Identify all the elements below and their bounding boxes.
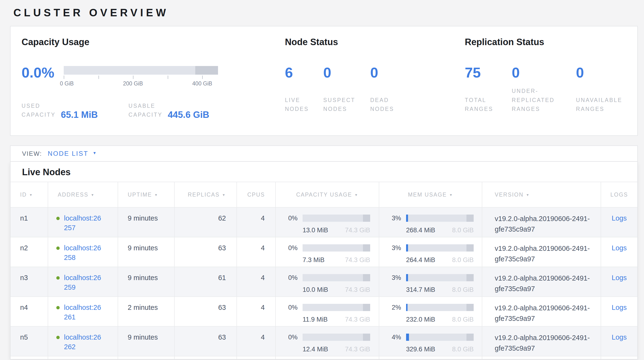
node-live-status-icon: [56, 276, 60, 280]
usable-capacity-label: USABLE CAPACITY: [128, 102, 163, 119]
used-capacity-value: 65.1 MiB: [61, 110, 98, 119]
capacity-used-value: 7.3 MiB: [302, 256, 325, 264]
gauge-label-0: 0 GiB: [60, 80, 74, 87]
node-cpus-cell: 4: [237, 237, 276, 267]
capacity-usage-section: Capacity Usage 0.0% 0 GiB 200 GiB 400 Gi…: [22, 37, 285, 135]
node-replicas-cell: 61: [174, 267, 237, 297]
live-nodes-label: LIVE NODES: [285, 96, 316, 114]
usable-capacity-stat: USABLE CAPACITY 445.6 GiB: [128, 102, 209, 119]
node-live-status-icon: [56, 247, 60, 250]
capacity-total-value: 74.3 GiB: [345, 226, 370, 235]
node-id-cell: n1: [10, 207, 48, 237]
total-ranges-stat: 75 TOTAL RANGES: [465, 65, 504, 113]
logs-link[interactable]: Logs: [612, 304, 627, 311]
suspect-nodes-stat: 0 SUSPECT NODES: [323, 65, 362, 113]
column-header-logs: LOGS: [601, 182, 637, 207]
column-header-replicas[interactable]: REPLICAS▼: [174, 182, 237, 207]
logs-link[interactable]: Logs: [612, 274, 627, 282]
table-row-partial: [10, 356, 637, 359]
dead-nodes-value: 0: [370, 65, 411, 81]
suspect-nodes-value: 0: [323, 65, 362, 81]
table-header-row: ID▼ ADDRESS▼ UPTIME▼ REPLICAS▼ CPUS CAPA…: [10, 182, 637, 207]
node-logs-cell: Logs: [601, 207, 637, 237]
node-uptime-cell: 9 minutes: [118, 326, 174, 356]
capacity-total-value: 74.3 GiB: [345, 285, 370, 294]
sort-desc-icon: ▼: [449, 193, 453, 197]
replication-status-title: Replication Status: [465, 37, 637, 47]
sort-desc-icon: ▼: [154, 193, 158, 197]
node-id-cell: n4: [10, 297, 48, 326]
suspect-nodes-label: SUSPECT NODES: [323, 96, 362, 114]
node-address-link[interactable]: localhost:26259: [64, 273, 105, 292]
node-version-cell: v19.2.0-alpha.20190606-2491-gfe735c9a97: [482, 267, 601, 297]
node-mem-usage-cell: 4% 329.6 MiB 8.0 GiB: [379, 326, 482, 356]
mem-total-value: 8.0 GiB: [452, 285, 474, 294]
node-version-cell: v19.2.0-alpha.20190606-2491-gfe735c9a97: [482, 237, 601, 267]
node-address-cell: localhost:26262: [48, 326, 118, 356]
sort-desc-icon: ▼: [526, 193, 530, 197]
column-header-capacity-usage[interactable]: CAPACITY USAGE▼: [276, 182, 379, 207]
capacity-bar: [302, 274, 370, 281]
sort-desc-icon: ▼: [354, 193, 358, 197]
view-select-dropdown[interactable]: NODE LIST: [48, 150, 88, 157]
live-nodes-stat: 6 LIVE NODES: [285, 65, 316, 113]
node-mem-usage-cell: 3% 268.4 MiB 8.0 GiB: [379, 207, 482, 237]
node-capacity-usage-cell: 0% 11.9 MiB 74.3 GiB: [276, 297, 379, 326]
unavailable-ranges-stat: 0 UNAVAILABLE RANGES: [576, 65, 630, 113]
mem-bar: [406, 215, 474, 222]
capacity-percent: 0%: [288, 332, 301, 342]
capacity-percent: 0%: [288, 243, 301, 253]
column-header-address[interactable]: ADDRESS▼: [48, 182, 118, 207]
summary-panel: Capacity Usage 0.0% 0 GiB 200 GiB 400 Gi…: [10, 26, 638, 136]
node-replicas-cell: 63: [174, 237, 237, 267]
node-capacity-usage-cell: 0% 12.4 MiB 74.3 GiB: [276, 326, 379, 356]
node-mem-usage-cell: 2% 232.0 MiB 8.0 GiB: [379, 297, 482, 326]
used-capacity-stat: USED CAPACITY 65.1 MiB: [22, 102, 98, 119]
mem-total-value: 8.0 GiB: [452, 315, 474, 324]
used-capacity-label: USED CAPACITY: [22, 102, 56, 119]
mem-percent: 3%: [392, 243, 404, 253]
logs-link[interactable]: Logs: [612, 244, 627, 252]
node-logs-cell: Logs: [601, 237, 637, 267]
node-id-cell: n5: [10, 326, 48, 356]
column-header-version[interactable]: VERSION▼: [482, 182, 601, 207]
mem-total-value: 8.0 GiB: [452, 226, 474, 235]
node-capacity-usage-cell: 0% 7.3 MiB 74.3 GiB: [276, 237, 379, 267]
node-uptime-cell: 2 minutes: [118, 297, 174, 326]
logs-link[interactable]: Logs: [612, 333, 627, 341]
mem-bar: [406, 274, 474, 281]
under-replicated-ranges-label: UNDER-REPLICATED RANGES: [512, 87, 568, 113]
capacity-percent: 0%: [288, 303, 301, 312]
capacity-used-value: 10.0 MiB: [302, 285, 328, 294]
capacity-usage-title: Capacity Usage: [22, 37, 285, 47]
node-version-text: v19.2.0-alpha.20190606-2491-gfe735c9a97: [495, 273, 594, 294]
mem-used-value: 268.4 MiB: [406, 226, 435, 235]
view-selector-bar: VIEW: NODE LIST ▼: [10, 145, 638, 162]
column-header-uptime[interactable]: UPTIME▼: [118, 182, 174, 207]
node-live-status-icon: [56, 306, 60, 309]
replication-status-section: Replication Status 75 TOTAL RANGES 0 UND…: [465, 37, 637, 135]
node-id-cell: n2: [10, 237, 48, 267]
node-address-link[interactable]: localhost:26262: [64, 332, 105, 351]
node-status-title: Node Status: [285, 37, 465, 47]
capacity-gauge: 0 GiB 200 GiB 400 GiB: [64, 66, 218, 87]
gauge-label-400: 400 GiB: [192, 80, 212, 87]
node-version-text: v19.2.0-alpha.20190606-2491-gfe735c9a97: [495, 213, 594, 235]
column-header-mem-usage[interactable]: MEM USAGE▼: [379, 182, 482, 207]
node-address-link[interactable]: localhost:26258: [64, 243, 105, 262]
capacity-gauge-bar: [64, 66, 218, 75]
mem-percent: 3%: [392, 213, 404, 223]
mem-total-value: 8.0 GiB: [452, 345, 474, 353]
capacity-used-value: 12.4 MiB: [302, 345, 328, 353]
mem-total-value: 8.0 GiB: [452, 256, 474, 264]
capacity-percent: 0%: [288, 213, 301, 223]
capacity-used-value: 11.9 MiB: [302, 315, 328, 324]
node-address-link[interactable]: localhost:26261: [64, 303, 105, 322]
node-uptime-cell: 9 minutes: [118, 237, 174, 267]
column-header-id[interactable]: ID▼: [10, 182, 48, 207]
logs-link[interactable]: Logs: [612, 214, 627, 222]
capacity-percent: 0%: [288, 273, 301, 282]
node-live-status-icon: [56, 336, 60, 339]
node-address-link[interactable]: localhost:26257: [64, 213, 105, 233]
chevron-down-icon[interactable]: ▼: [93, 151, 96, 155]
